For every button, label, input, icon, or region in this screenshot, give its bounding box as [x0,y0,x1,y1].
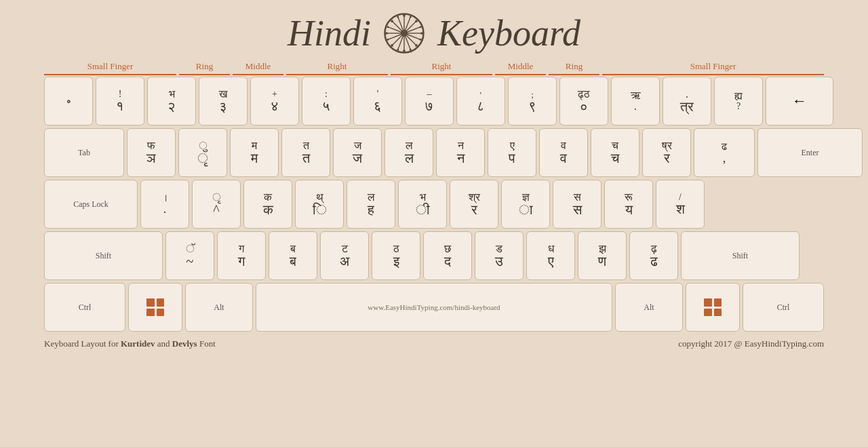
key-h[interactable]: भ ी [398,180,447,229]
zxcv-row: Shift ॅ ~ ग ग ब ब ट अ [44,231,824,280]
ctrl-right-label: Ctrl [777,303,790,313]
key-t[interactable]: ज ज [333,128,382,177]
key-bracket-open[interactable]: ष्र र [642,128,691,177]
key-8[interactable]: ' ८ [456,77,505,125]
key-6[interactable]: ' ६ [353,77,402,125]
key-equals[interactable]: . त्र [663,77,711,125]
key-space[interactable]: www.EasyHindiTyping.com/hindi-keyboard [256,283,612,332]
key-r[interactable]: त त [281,128,330,177]
finger-label-right-index: Right [286,61,388,75]
finger-label-middle-right: Middle [495,61,546,75]
key-z[interactable]: ॅ ~ [165,231,214,280]
key-win-right[interactable] [686,283,740,332]
svg-point-25 [415,20,418,22]
key-v[interactable]: ट अ [320,231,369,280]
backspace-icon: ← [792,92,807,110]
key-comma[interactable]: ध ए [526,231,575,280]
key-f[interactable]: थ् ि [295,180,344,229]
key-s[interactable]: ृ ^ [192,180,241,229]
url-display: www.EasyHindiTyping.com/hindi-keyboard [368,303,500,311]
footer-left: Keyboard Layout for Kurtidev and Devlys … [44,338,216,349]
key-win-left[interactable] [128,283,182,332]
svg-point-26 [391,44,393,47]
key-minus[interactable]: ऋ . [611,77,660,125]
key-l[interactable]: स स [553,180,601,229]
shift-left-label: Shift [96,251,111,261]
key-shift-right[interactable]: Shift [681,231,800,280]
key-quote[interactable]: / श [656,180,705,229]
title-section: Hindi [288,12,580,54]
svg-point-31 [420,39,422,41]
key-d[interactable]: क क [243,180,292,229]
qwerty-row: Tab फ ञ ु ृ म म त त [44,128,824,177]
key-u[interactable]: न न [436,128,485,177]
key-period[interactable]: झ ण [578,231,627,280]
svg-point-32 [387,26,389,28]
svg-point-20 [403,50,406,52]
key-b[interactable]: ठ इ [372,231,420,280]
asdf-row: Caps Lock । . ृ ^ क क थ् ि [44,180,824,229]
key-w[interactable]: ु ृ [178,128,227,177]
key-alt-right[interactable]: Alt [615,283,683,332]
tab-label: Tab [78,148,90,158]
alt-right-label: Alt [644,303,654,313]
svg-line-9 [404,21,416,33]
key-5[interactable]: : ५ [302,77,351,125]
key-x[interactable]: ग ग [217,231,266,280]
svg-line-7 [392,21,404,33]
key-semicolon[interactable]: रू य [604,180,653,229]
key-3[interactable]: ख ३ [199,77,248,125]
svg-point-29 [420,26,422,28]
key-g[interactable]: ल ह [347,180,395,229]
key-enter[interactable]: Enter [757,128,863,177]
key-bracket-right[interactable]: ढ , [694,128,755,177]
enter-label: Enter [802,148,819,158]
key-bracket-close[interactable]: ह्य ? [714,77,763,125]
key-i[interactable]: ए प [488,128,536,177]
key-c[interactable]: ब ब [269,231,317,280]
key-backtick[interactable]: ॰ [44,77,93,125]
ashoka-wheel-icon [383,12,425,54]
footer: Keyboard Layout for Kurtidev and Devlys … [44,338,824,349]
key-2[interactable]: भ २ [147,77,196,125]
win-right-icon [704,298,722,316]
title-keyboard: Keyboard [437,12,580,54]
key-capslock[interactable]: Caps Lock [44,180,138,229]
shift-right-label: Shift [732,251,748,261]
key-y[interactable]: ल ल [384,128,433,177]
key-n[interactable]: छ द [423,231,472,280]
svg-point-23 [391,20,393,22]
key-m[interactable]: ड उ [475,231,524,280]
keyboard: ॰ ! १ भ २ ख ३ + ४ [44,77,824,332]
key-e[interactable]: म म [230,128,279,177]
finger-label-small-finger-left: Small Finger [44,61,176,75]
key-9[interactable]: ; ९ [508,77,557,125]
key-alt-left[interactable]: Alt [185,283,253,332]
key-0[interactable]: ढ्ठ ० [559,77,608,125]
svg-point-24 [415,44,418,47]
key-p[interactable]: च च [591,128,639,177]
svg-point-33 [397,49,399,51]
footer-right: copyright 2017 @ EasyHindiTyping.com [678,338,824,349]
finger-label-right-index2: Right [391,61,492,75]
key-ctrl-right[interactable]: Ctrl [743,283,824,332]
svg-line-10 [392,33,404,45]
key-shift-left[interactable]: Shift [44,231,163,280]
finger-label-middle-left: Middle [233,61,283,75]
alt-left-label: Alt [214,303,224,313]
number-row: ॰ ! १ भ २ ख ३ + ४ [44,77,824,125]
key-q[interactable]: फ ञ [127,128,176,177]
svg-point-27 [397,16,399,18]
key-1[interactable]: ! १ [96,77,144,125]
key-tab[interactable]: Tab [44,128,124,177]
key-j[interactable]: श्र र [450,180,498,229]
key-ctrl-left[interactable]: Ctrl [44,283,125,332]
key-a[interactable]: । . [140,180,189,229]
key-o[interactable]: व व [539,128,588,177]
key-backspace[interactable]: ← [766,77,833,125]
finger-label-ring-right: Ring [549,61,599,75]
key-k[interactable]: ज्ञ ा [501,180,550,229]
key-4[interactable]: + ४ [250,77,299,125]
key-slash[interactable]: ढ़ ढ [629,231,678,280]
key-7[interactable]: – ७ [405,77,454,125]
